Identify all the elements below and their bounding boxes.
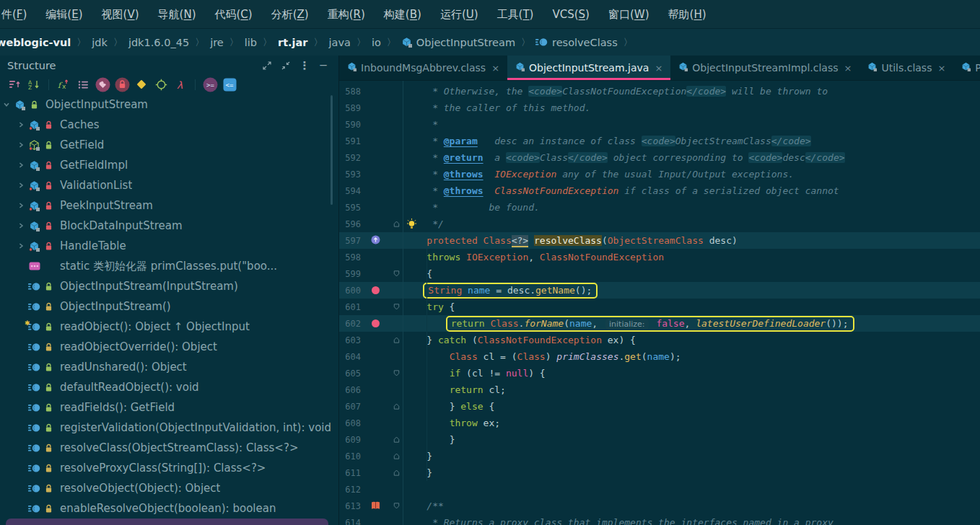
intention-bulb-icon[interactable] xyxy=(407,219,416,232)
code-line[interactable]: 612 xyxy=(339,481,980,498)
structure-item[interactable]: PeekInputStream xyxy=(0,195,338,216)
menu-item[interactable]: 视图(V) xyxy=(92,0,149,29)
chevron-right-icon[interactable] xyxy=(14,121,27,128)
line-number[interactable]: 613 xyxy=(339,501,361,511)
close-tab-icon[interactable]: × xyxy=(844,63,852,74)
line-number[interactable]: 600 xyxy=(339,286,361,296)
line-number[interactable]: 597 xyxy=(339,236,361,246)
code-line[interactable]: 609 } xyxy=(339,431,980,448)
line-number[interactable]: 595 xyxy=(339,203,361,213)
lock-badge-icon[interactable] xyxy=(113,76,131,93)
fold-marker-icon[interactable] xyxy=(393,452,401,460)
code-line[interactable]: 591 * @param desc an instance of class <… xyxy=(339,133,980,149)
structure-item[interactable]: defaultReadObject(): void xyxy=(0,377,338,397)
line-number[interactable]: 612 xyxy=(339,485,361,495)
menu-item[interactable]: 工具(T) xyxy=(488,0,543,29)
line-number[interactable]: 601 xyxy=(339,302,361,312)
line-number[interactable]: 598 xyxy=(339,252,361,262)
chevron-down-icon[interactable] xyxy=(0,101,12,108)
menu-item[interactable]: 构建(B) xyxy=(375,0,431,29)
code-line[interactable]: 601 try { xyxy=(339,299,980,315)
code-line[interactable]: 598 throws IOException, ClassNotFoundExc… xyxy=(339,249,980,265)
more-options-icon[interactable]: ⋮ xyxy=(295,58,314,74)
code-line[interactable]: 611 } xyxy=(339,464,980,481)
structure-item[interactable]: GetField xyxy=(0,135,338,155)
breakpoint-icon[interactable] xyxy=(372,286,380,294)
menu-item[interactable]: VCS(S) xyxy=(543,0,599,29)
code-line[interactable]: 599 { xyxy=(339,265,980,282)
code-line-text[interactable]: return cl; xyxy=(403,381,980,398)
menu-item[interactable]: 运行(U) xyxy=(431,0,488,29)
fold-marker-icon[interactable] xyxy=(393,502,401,510)
code-line-text[interactable]: { xyxy=(403,265,980,282)
line-number[interactable]: 589 xyxy=(339,103,361,113)
visibility-diamond-icon[interactable] xyxy=(133,76,150,93)
editor-tab[interactable]: ObjectInputStream.java× xyxy=(507,56,670,80)
structure-item[interactable]: ObjectInputStream(InputStream) xyxy=(0,276,338,296)
chevron-right-icon[interactable] xyxy=(14,162,27,169)
fold-marker-icon[interactable] xyxy=(393,336,401,344)
less-equal-badge-icon[interactable]: <= xyxy=(221,76,238,93)
code-line-text[interactable]: /** xyxy=(403,498,980,514)
code-line[interactable]: 605 if (cl != null) { xyxy=(339,365,980,381)
show-inherited-icon[interactable] xyxy=(74,76,92,93)
breadcrumb-item[interactable]: lib xyxy=(244,37,258,48)
fold-marker-icon[interactable] xyxy=(393,303,401,311)
code-line[interactable]: 608 throw ex; xyxy=(339,415,980,431)
code-line[interactable]: 595 * be found. xyxy=(339,199,980,216)
line-number[interactable]: 599 xyxy=(339,269,361,279)
sort-by-type-icon[interactable] xyxy=(6,76,23,93)
code-line-text[interactable]: * @return a <code>Class</code> object co… xyxy=(403,149,980,166)
line-number[interactable]: 604 xyxy=(339,352,361,362)
structure-item[interactable]: resolveProxyClass(String[]): Class<?> xyxy=(0,458,338,478)
scope-icon[interactable] xyxy=(152,76,170,93)
code-line-text[interactable]: */ xyxy=(403,216,980,232)
code-line[interactable]: 594 * @throws ClassNotFoundException if … xyxy=(339,182,980,199)
menu-item[interactable]: 代码(C) xyxy=(206,0,262,29)
structure-item[interactable]: ObjectInputStream xyxy=(0,94,338,115)
line-number[interactable]: 603 xyxy=(339,335,361,345)
editor-tab[interactable]: ProxyCl xyxy=(953,56,980,80)
chevron-right-icon[interactable] xyxy=(14,202,27,209)
code-line-text[interactable]: } xyxy=(403,431,980,448)
code-line[interactable]: 604 Class cl = (Class) primClasses.get(n… xyxy=(339,348,980,365)
line-number[interactable]: 610 xyxy=(339,451,361,462)
line-number[interactable]: 596 xyxy=(339,219,361,229)
menu-item[interactable]: 分析(Z) xyxy=(262,0,318,29)
code-line-text[interactable]: * be found. xyxy=(403,199,980,216)
menu-item[interactable]: 重构(R) xyxy=(318,0,375,29)
menu-item[interactable]: 窗口(W) xyxy=(599,0,659,29)
sort-alphabetically-icon[interactable]: AZ xyxy=(25,76,43,93)
menu-item[interactable]: 帮助(H) xyxy=(659,0,716,29)
code-line-text[interactable]: throws IOException, ClassNotFoundExcepti… xyxy=(403,249,980,265)
line-number[interactable]: 607 xyxy=(339,402,361,412)
code-line-text[interactable]: * @param desc an instance of class <code… xyxy=(403,133,980,149)
code-line-text[interactable]: protected Class<?> resolveClass(ObjectSt… xyxy=(403,232,980,249)
line-number[interactable]: 591 xyxy=(339,136,361,146)
line-number[interactable]: 594 xyxy=(339,186,361,196)
structure-item[interactable]: BlockDataInputStream xyxy=(0,216,338,236)
menu-item[interactable]: 导航(N) xyxy=(149,0,206,29)
code-line[interactable]: 614 * Returns a proxy class that impleme… xyxy=(339,514,980,525)
fold-marker-icon[interactable] xyxy=(393,369,401,377)
expand-icon[interactable] xyxy=(258,58,276,74)
line-number[interactable]: 605 xyxy=(339,369,361,379)
chevron-right-icon[interactable] xyxy=(14,141,27,149)
breadcrumb-item[interactable]: io xyxy=(371,37,382,48)
collapse-icon[interactable] xyxy=(276,58,295,74)
breadcrumb-item[interactable]: ObjectInputStream xyxy=(401,37,516,48)
close-tab-icon[interactable]: × xyxy=(937,63,945,74)
structure-item[interactable]: readFields(): GetField xyxy=(0,397,338,418)
code-line-text[interactable]: } else { xyxy=(403,398,980,415)
line-number[interactable]: 614 xyxy=(339,518,361,525)
code-line[interactable]: 593 * @throws IOException any of the usu… xyxy=(339,166,980,182)
code-line[interactable]: 597 protected Class<?> resolveClass(Obje… xyxy=(339,232,980,249)
line-number[interactable]: 593 xyxy=(339,169,361,180)
fold-marker-icon[interactable] xyxy=(393,469,401,477)
code-line-text[interactable]: * Returns a proxy class that implements … xyxy=(403,514,980,525)
code-line[interactable]: 606 return cl; xyxy=(339,381,980,398)
code-line-text[interactable]: * Otherwise, the <code>ClassNotFoundExce… xyxy=(403,83,980,100)
line-number[interactable]: 609 xyxy=(339,435,361,445)
sidebar-scrollbar[interactable] xyxy=(331,95,333,205)
structure-item[interactable]: GetFieldImpl xyxy=(0,155,338,175)
